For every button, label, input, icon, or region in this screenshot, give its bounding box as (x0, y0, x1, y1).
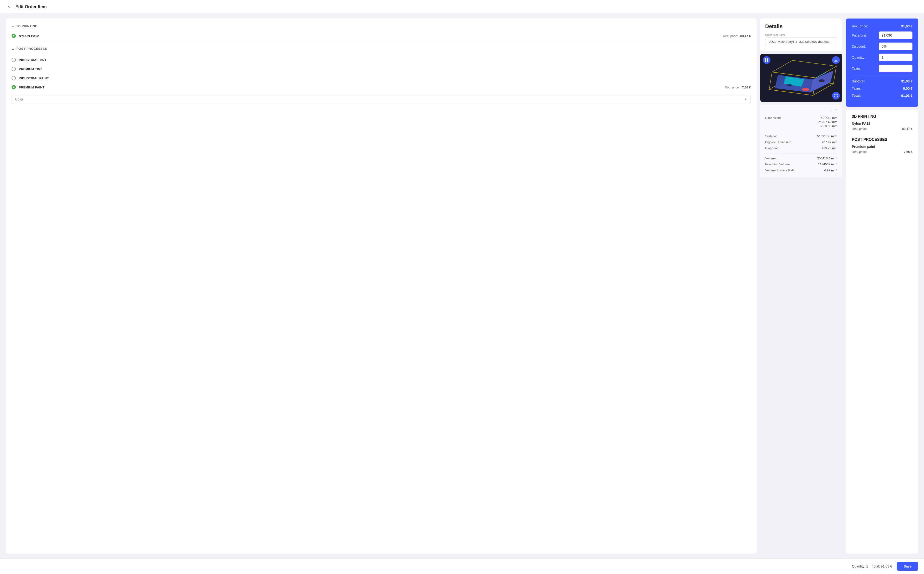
chevron-up-icon: ▲ (11, 25, 14, 28)
volume-surface-ratio-label: Volume Surface Ratio: (765, 169, 796, 172)
dims-toolbar: ·⁻ ˢˢ (765, 109, 837, 112)
total-value: 91,03 € (901, 94, 913, 98)
dim-icon-2[interactable]: ˢˢ (835, 109, 837, 112)
surface-label: Surface: (765, 134, 777, 138)
details-card: Details Order Item Name 0001--MeshBody1-… (760, 19, 842, 51)
dim-icon-1[interactable]: ·⁻ (831, 109, 832, 112)
discount-input[interactable] (879, 43, 913, 50)
save-button[interactable]: Save (897, 562, 918, 571)
dimensions-card: ·⁻ ˢˢ Dimension: X 87.12 mm Y 207.42 mm … (760, 105, 842, 177)
quantity-input[interactable] (879, 54, 913, 61)
rec-price-row: Rec. price: 91,03 € (852, 24, 913, 28)
premium-paint-rec-label: Rec. price: (725, 85, 740, 89)
footer-quantity: Quantity: 1 Total: 91,03 € (852, 565, 892, 568)
taxes-select[interactable] (879, 65, 913, 73)
dimension-label: Dimension: (765, 116, 781, 128)
viewer-toolbar (763, 56, 771, 64)
right-panel: Rec. price: 91,03 € Price/unit: Discount… (846, 19, 918, 554)
main-content: ▲ 3D PRINTING NYLON PA12 Rec. price: 83,… (0, 14, 924, 558)
download-button[interactable] (832, 56, 840, 64)
discount-label: Discount: (852, 44, 866, 48)
summary-process-rec-price-label: Rec. price: (852, 150, 867, 154)
premium-tint-name: PREMIUM TINT (19, 67, 42, 71)
bounding-volume-value: 1134567 mm³ (818, 162, 837, 166)
expand-button[interactable] (832, 92, 840, 99)
bounding-volume-row: Bounding Volume: 1134567 mm³ (765, 161, 837, 167)
summary-rec-price-label: Rec. price: (852, 127, 867, 131)
industrial-tint-item[interactable]: INDUSTRIAL TINT (11, 55, 751, 65)
post-processes-summary-title: POST PROCESSES (852, 137, 913, 142)
total-label: Total: (852, 94, 861, 98)
summary-process-name: Premium paint (852, 145, 913, 148)
total-row: Total: 91,03 € (852, 94, 913, 98)
taxes-dropdown-wrap (879, 65, 913, 73)
price-unit-input[interactable] (879, 32, 913, 39)
nylon-pa12-radio[interactable] (11, 34, 16, 38)
left-panel: ▲ 3D PRINTING NYLON PA12 Rec. price: 83,… (6, 19, 756, 554)
rec-price-value: 91,03 € (901, 24, 913, 28)
summary-process-rec-price-row: Rec. price: 7,56 € (852, 150, 913, 154)
industrial-paint-name: INDUSTRIAL PAINT (19, 76, 49, 80)
summary-rec-price-value: 83,47 € (902, 127, 913, 131)
premium-tint-left: PREMIUM TINT (11, 67, 42, 71)
diagonal-label: Diagonal: (765, 147, 778, 150)
header: × Edit Order Item (0, 0, 924, 14)
nylon-pa12-name: NYLON PA12 (19, 34, 39, 38)
order-item-label: Order Item Name (765, 33, 837, 36)
summary-card: 3D PRINTING Nylon PA12 Rec. price: 83,47… (846, 110, 918, 554)
pricing-card: Rec. price: 91,03 € Price/unit: Discount… (846, 19, 918, 107)
svg-rect-3 (767, 60, 768, 62)
post-processes-label: POST PROCESSES (16, 47, 47, 50)
close-button[interactable]: × (6, 4, 11, 9)
svg-line-10 (793, 60, 836, 66)
discount-row: Discount: (852, 43, 913, 50)
nylon-pa12-item[interactable]: NYLON PA12 Rec. price: 83,47 € (11, 33, 751, 42)
premium-paint-radio[interactable] (11, 85, 16, 90)
volume-value: 256418.4 mm³ (817, 156, 837, 160)
premium-paint-rec-value: 7,56 € (742, 85, 751, 89)
footer: Quantity: 1 Total: 91,03 € Save (0, 558, 924, 574)
industrial-tint-radio[interactable] (11, 58, 16, 62)
quantity-row: Quantity: (852, 54, 913, 61)
nylon-rec-price-value: 83,47 € (740, 34, 751, 38)
dimension-x: X 87.12 mm (819, 116, 837, 120)
subtotal-label: Subtotal: (852, 79, 865, 83)
premium-paint-price: Rec. price: 7,56 € (725, 85, 751, 89)
volume-surface-ratio-value: 4.99 mm³ (824, 169, 837, 172)
biggest-dimension-value: 207.42 mm (822, 140, 837, 144)
price-unit-label: Price/unit: (852, 33, 867, 37)
premium-paint-item[interactable]: PREMIUM PAINT Rec. price: 7,56 € (11, 83, 751, 92)
taxes-row: Taxes: (852, 65, 913, 73)
volume-label: Volume: (765, 156, 777, 160)
volume-row: Volume: 256418.4 mm³ (765, 155, 837, 161)
premium-tint-radio[interactable] (11, 67, 16, 71)
industrial-paint-radio[interactable] (11, 76, 16, 80)
premium-tint-item[interactable]: PREMIUM TINT (11, 65, 751, 74)
industrial-tint-name: INDUSTRIAL TINT (19, 58, 46, 62)
diagonal-row: Diagonal: 233.73 mm (765, 145, 837, 151)
price-unit-row: Price/unit: (852, 32, 913, 39)
industrial-paint-left: INDUSTRIAL PAINT (11, 76, 49, 80)
summary-material-name: Nylon PA12 (852, 121, 913, 126)
summary-rec-price-row: Rec. price: 83,47 € (852, 127, 913, 131)
industrial-paint-item[interactable]: INDUSTRIAL PAINT (11, 74, 751, 83)
printing-summary-title: 3D PRINTING (852, 114, 913, 119)
taxes-label: Taxes: (852, 66, 861, 71)
industrial-tint-left: INDUSTRIAL TINT (11, 58, 46, 62)
nylon-rec-price-label: Rec. price: (723, 34, 738, 38)
taxes-result-value: 0,00 € (903, 87, 913, 90)
order-item-name: 0001--MeshBody1-1--33263ff9f9071b39caa (765, 37, 837, 46)
surface-row: Surface: 51391.58 mm² (765, 133, 837, 139)
center-panel: Details Order Item Name 0001--MeshBody1-… (760, 19, 842, 554)
svg-point-18 (819, 79, 824, 82)
post-processes-section: ▲ POST PROCESSES INDUSTRIAL TINT PREMIUM… (11, 47, 751, 104)
grid-view-button[interactable] (763, 56, 771, 64)
chevron-up-icon-post: ▲ (11, 47, 14, 50)
taxes-result-label: Taxes: (852, 87, 861, 90)
page-title: Edit Order Item (16, 4, 47, 9)
svg-rect-0 (765, 58, 766, 60)
nylon-pa12-price: Rec. price: 83,47 € (723, 34, 751, 38)
rec-price-label: Rec. price: (852, 24, 868, 28)
color-dropdown[interactable]: Color ▼ (11, 95, 751, 104)
3d-model-viewport (760, 54, 842, 102)
